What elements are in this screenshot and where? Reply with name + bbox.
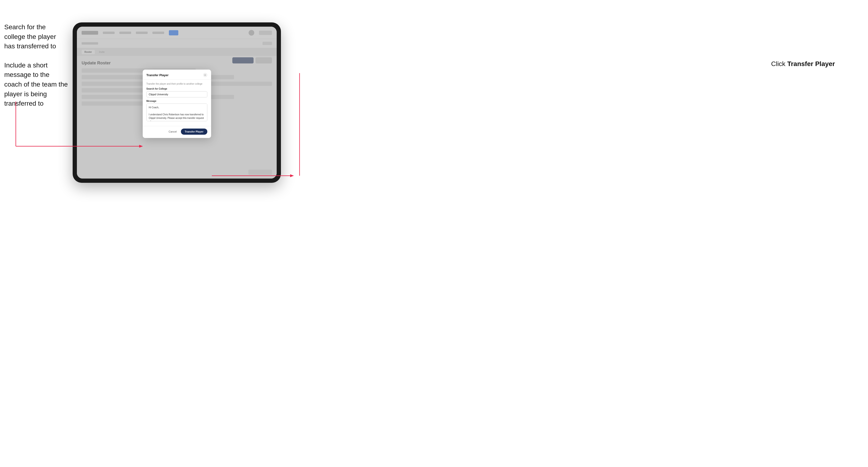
annotation-click-bold: Transfer Player [787, 60, 835, 67]
dialog-subtitle: Transfer the player and their profile to… [147, 83, 207, 85]
transfer-player-button[interactable]: Transfer Player [181, 129, 207, 135]
ipad-device: Roster Invite Update Roster Transfer Pla… [73, 22, 281, 183]
modal-overlay: Transfer Player × Transfer the player an… [77, 27, 277, 179]
transfer-dialog: Transfer Player × Transfer the player an… [143, 69, 211, 138]
cancel-button[interactable]: Cancel [167, 129, 179, 134]
ipad-screen: Roster Invite Update Roster Transfer Pla… [77, 27, 277, 179]
svg-marker-4 [290, 174, 294, 177]
annotation-search-text: Search for the college the player has tr… [4, 22, 68, 51]
annotation-click-text: Click [771, 60, 787, 67]
annotation-message-text: Include a short message to the coach of … [4, 61, 68, 108]
message-label: Message [147, 100, 207, 102]
search-college-input[interactable] [147, 91, 207, 97]
right-annotation: Click Transfer Player [771, 60, 835, 68]
dialog-header: Transfer Player × [143, 69, 211, 80]
left-annotation: Search for the college the player has tr… [4, 22, 68, 118]
dialog-title: Transfer Player [147, 73, 168, 77]
message-textarea[interactable] [147, 103, 207, 121]
dialog-close-button[interactable]: × [203, 73, 207, 77]
dialog-body: Transfer the player and their profile to… [143, 80, 211, 126]
search-college-label: Search for College [147, 88, 207, 90]
dialog-footer: Cancel Transfer Player [143, 126, 211, 138]
